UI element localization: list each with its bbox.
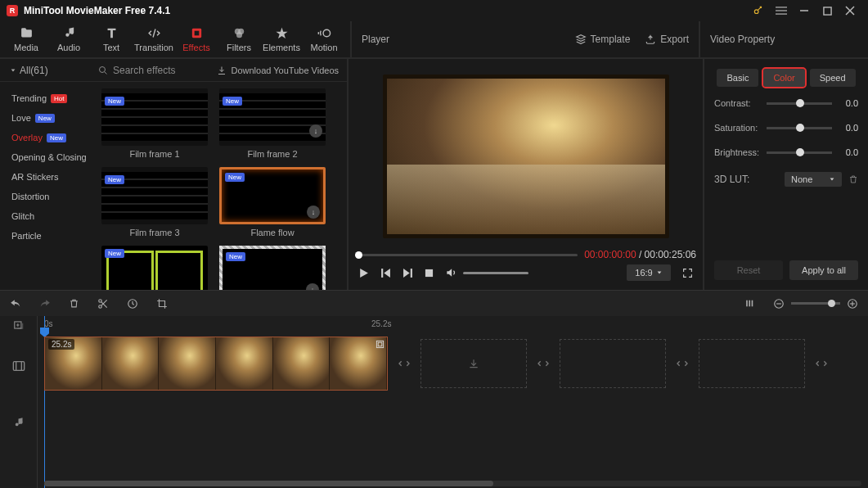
effect-item[interactable]: New↓ [219, 246, 326, 290]
slider[interactable] [767, 151, 832, 154]
category-distortion[interactable]: Distortion [0, 187, 92, 206]
transition-slot[interactable] [672, 354, 692, 373]
prop-tab-color[interactable]: Color [763, 69, 804, 87]
tab-effects[interactable]: Effects [175, 21, 218, 57]
apply-all-button[interactable]: Apply to all [789, 260, 858, 280]
props-header: Video Property [699, 21, 862, 57]
audio-track[interactable] [38, 393, 868, 442]
reset-button[interactable]: Reset [714, 260, 783, 280]
auto-fit-button[interactable] [744, 298, 755, 309]
category-love[interactable]: LoveNew [0, 108, 92, 128]
volume-slider[interactable] [463, 272, 528, 274]
split-button[interactable] [97, 298, 109, 310]
maximize-button[interactable] [816, 2, 839, 20]
tab-audio[interactable]: Audio [47, 21, 90, 57]
effect-categories: TrendingHotLoveNewOverlayNewOpening & Cl… [0, 82, 92, 290]
chevron-down-icon [829, 176, 835, 183]
transition-slot[interactable] [394, 354, 414, 373]
effects-all-dropdown[interactable]: All(61) [0, 65, 92, 76]
slider[interactable] [767, 127, 832, 129]
effect-item[interactable]: NewFilm frame 1 [101, 88, 208, 164]
svg-point-13 [323, 29, 331, 37]
search-input[interactable]: Search effects [92, 65, 209, 76]
h-scrollbar[interactable] [44, 481, 861, 486]
stop-button[interactable] [425, 269, 434, 278]
prop-tab-speed[interactable]: Speed [810, 69, 856, 87]
timeline-body[interactable]: 0s25.2s 25.2s [38, 316, 868, 488]
download-youtube-button[interactable]: Download YouTube Videos [209, 66, 348, 75]
empty-slot[interactable] [699, 339, 805, 388]
prop-tab-basic[interactable]: Basic [717, 69, 758, 87]
player-title: Player [362, 34, 389, 45]
empty-slot[interactable] [560, 339, 666, 388]
crop-button[interactable] [156, 298, 168, 310]
svg-point-20 [99, 305, 102, 308]
seek-bar[interactable] [355, 254, 578, 256]
slider[interactable] [767, 102, 832, 105]
video-track[interactable]: 25.2s [38, 334, 868, 393]
effect-item[interactable]: New↓Film frame 2 [219, 88, 326, 164]
svg-rect-17 [411, 269, 412, 278]
prev-frame-button[interactable] [380, 268, 391, 278]
category-opening-closing[interactable]: Opening & Closing [0, 147, 92, 167]
tab-transition[interactable]: Transition [133, 21, 175, 57]
preview-area[interactable] [355, 66, 696, 247]
transition-slot[interactable] [533, 354, 553, 373]
search-icon [98, 66, 108, 75]
lut-select[interactable]: None [785, 172, 842, 187]
category-overlay[interactable]: OverlayNew [0, 128, 92, 147]
svg-rect-16 [381, 269, 383, 278]
svg-point-19 [99, 299, 102, 302]
undo-button[interactable] [10, 298, 21, 310]
effect-grid: NewFilm frame 1New↓Film frame 2NewFilm f… [92, 82, 347, 290]
redo-button[interactable] [39, 298, 51, 310]
template-button[interactable]: Template [575, 34, 631, 45]
download-icon: ↓ [309, 124, 322, 138]
zoom-in-button[interactable] [847, 298, 858, 310]
timeline-ruler[interactable]: 0s25.2s [38, 316, 868, 334]
zoom-slider[interactable] [791, 302, 840, 305]
activate-icon[interactable] [747, 2, 770, 20]
category-ar-stickers[interactable]: AR Stickers [0, 167, 92, 187]
tab-filters[interactable]: Filters [218, 21, 260, 57]
tab-elements[interactable]: Elements [260, 21, 303, 57]
aspect-ratio-select[interactable]: 16:9 [627, 264, 671, 281]
add-track-button[interactable] [0, 316, 37, 334]
svg-point-14 [100, 66, 106, 72]
timeline-toolbar [0, 290, 868, 316]
minimize-button[interactable] [793, 2, 816, 20]
svg-rect-29 [852, 301, 852, 306]
tab-text[interactable]: Text [90, 21, 133, 57]
play-button[interactable] [358, 268, 369, 278]
zoom-out-button[interactable] [773, 298, 785, 310]
speed-button[interactable] [127, 298, 138, 310]
tab-media[interactable]: Media [5, 21, 47, 57]
prop-row-contrast: Contrast:0.0 [714, 98, 858, 108]
volume-icon[interactable] [445, 267, 456, 278]
menu-icon[interactable] [770, 2, 793, 20]
download-icon: ↓ [307, 206, 320, 219]
effect-item[interactable]: NewFilm frame 3 [101, 167, 208, 242]
transition-slot[interactable] [812, 354, 831, 373]
effect-item[interactable]: New↓Flame flow [219, 167, 326, 242]
category-glitch[interactable]: Glitch [0, 206, 92, 226]
prop-row-saturation: Saturation:0.0 [714, 123, 858, 133]
svg-rect-24 [752, 300, 753, 307]
svg-rect-23 [749, 300, 750, 307]
delete-button[interactable] [69, 298, 79, 309]
prop-row-brightness: Brightness:0.0 [714, 147, 858, 157]
category-particle[interactable]: Particle [0, 226, 92, 246]
effect-item[interactable]: New [101, 246, 208, 290]
preview-image [383, 75, 669, 238]
category-trending[interactable]: TrendingHot [0, 88, 92, 108]
close-button[interactable] [839, 2, 861, 20]
svg-rect-31 [13, 362, 24, 371]
tab-motion[interactable]: Motion [303, 21, 345, 57]
next-frame-button[interactable] [403, 268, 413, 278]
delete-lut-icon[interactable] [848, 174, 858, 184]
export-button[interactable]: Export [645, 34, 689, 45]
lut-label: 3D LUT: [714, 174, 778, 185]
empty-slot[interactable] [421, 339, 527, 388]
fullscreen-button[interactable] [682, 268, 693, 278]
video-clip[interactable]: 25.2s [44, 337, 388, 391]
